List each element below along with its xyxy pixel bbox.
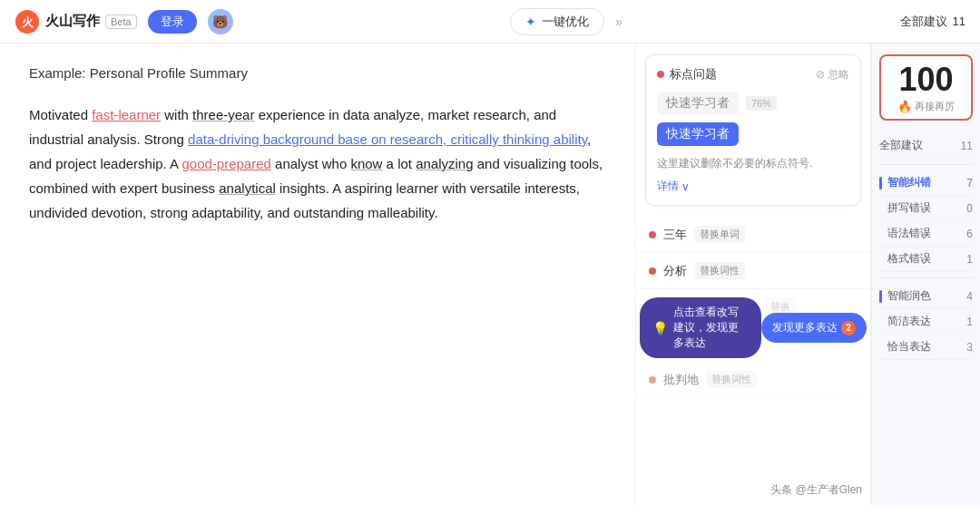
ignore-button[interactable]: ⊘ 忽略 — [816, 67, 849, 83]
discover-button[interactable]: 发现更多表达 2 — [761, 313, 867, 343]
right-label-0: 智能纠错 — [887, 175, 931, 190]
indicator-icon-0 — [879, 177, 882, 189]
more-icon[interactable]: » — [615, 15, 622, 29]
right-count-6: 3 — [966, 341, 973, 354]
right-all-label: 全部建议 — [879, 138, 923, 153]
ignore-label: 忽略 — [828, 67, 849, 83]
suggestions-number: 11 — [953, 15, 965, 28]
score-box: 100 🔥 再接再厉 — [879, 54, 973, 121]
discover-count-badge: 2 — [841, 321, 856, 335]
logo-text: 火山写作 — [45, 13, 100, 30]
suggestions-label: 全部建议 — [900, 14, 947, 30]
row-label-1: 三年 — [663, 227, 687, 243]
right-item-6[interactable]: 恰当表达 3 — [879, 335, 973, 360]
right-item-2[interactable]: 语法错误 6 — [879, 221, 973, 247]
dot-row-icon-2 — [649, 267, 656, 275]
beta-badge: Beta — [105, 15, 137, 29]
right-count-5: 1 — [966, 316, 973, 328]
right-item-6-inner: 恰当表达 — [879, 339, 931, 354]
card-header: 标点问题 ⊘ 忽略 — [657, 66, 849, 83]
score-number: 100 — [887, 63, 965, 96]
login-button[interactable]: 登录 — [148, 10, 197, 34]
topbar: 火 火山写作 Beta 登录 🐻 ✦ 一键优化 » 全部建议 11 — [0, 0, 980, 44]
svg-text:火: 火 — [21, 15, 34, 29]
editor-area[interactable]: Example: Personal Profile Summary Motiva… — [0, 44, 635, 505]
tooltip-bubble: 💡 点击查看改写建议，发现更多表达 — [640, 297, 761, 358]
card-desc: 这里建议删除不必要的标点符号. — [657, 155, 849, 171]
row-tag-2[interactable]: 替换词性 — [694, 262, 745, 279]
right-item-1-inner: 拼写错误 — [879, 200, 931, 216]
right-item-0-inner: 智能纠错 — [879, 175, 931, 190]
bulb-icon: 💡 — [652, 321, 668, 335]
suggestion-row-2[interactable]: 分析 替换词性 — [636, 253, 870, 289]
highlighted-phrase-data-driving[interactable]: data-driving background base on research… — [188, 131, 587, 147]
right-item-0[interactable]: 智能纠错 7 — [879, 170, 973, 196]
spark-icon: ✦ — [525, 15, 536, 29]
card-header-left: 标点问题 — [657, 66, 717, 83]
suggestion-card-main: 标点问题 ⊘ 忽略 快速学习者 76% 快速学习者 这里建议删除不必要的标点符号… — [645, 54, 861, 206]
avatar: 🐻 — [208, 9, 233, 34]
suggestions-count-area: 全部建议 11 — [900, 14, 965, 30]
discover-label: 发现更多表达 — [772, 320, 838, 335]
doc-content: Motivated fast-learner with three-year e… — [29, 102, 606, 225]
row-label-4: 批判地 — [663, 372, 699, 388]
right-item-1[interactable]: 拼写错误 0 — [879, 196, 973, 221]
right-count-4: 4 — [966, 290, 973, 303]
optimize-button[interactable]: ✦ 一键优化 — [510, 8, 604, 35]
right-item-3[interactable]: 格式错误 1 — [879, 247, 973, 272]
right-item-all-inner: 全部建议 — [879, 138, 923, 153]
fire-icon: 🔥 — [897, 100, 912, 113]
score-text: 再接再厉 — [915, 100, 955, 113]
word-comparison: 快速学习者 76% 快速学习者 — [657, 92, 849, 146]
right-item-all[interactable]: 全部建议 11 — [879, 133, 973, 159]
highlighted-word-analytical[interactable]: analytical — [219, 180, 276, 196]
tooltip-bar: 💡 点击查看改写建议，发现更多表达 发现更多表达 2 — [640, 297, 867, 358]
optimize-label: 一键优化 — [542, 14, 589, 30]
middle-panel: 标点问题 ⊘ 忽略 快速学习者 76% 快速学习者 这里建议删除不必要的标点符号… — [635, 44, 871, 505]
word-original: 快速学习者 — [657, 92, 739, 115]
right-count-3: 1 — [966, 253, 973, 266]
right-item-4-inner: 智能润色 — [879, 288, 931, 304]
topbar-center: ✦ 一键优化 » — [244, 8, 889, 35]
right-label-3: 格式错误 — [879, 251, 931, 267]
right-label-1: 拼写错误 — [879, 200, 931, 216]
highlighted-word-three-year[interactable]: three-year — [192, 107, 254, 122]
highlighted-word-analyzing[interactable]: analyzing — [416, 156, 473, 171]
main-layout: Example: Personal Profile Summary Motiva… — [0, 44, 980, 505]
suggestion-row-1[interactable]: 三年 替换单词 — [636, 217, 870, 253]
highlighted-word-fast-learner[interactable]: fast-learner — [92, 107, 161, 122]
right-panel: 100 🔥 再接再厉 全部建议 11 智能纠错 7 拼写错误 — [871, 44, 980, 505]
right-count-0: 7 — [966, 177, 973, 189]
right-label-2: 语法错误 — [879, 226, 931, 241]
right-item-2-inner: 语法错误 — [879, 226, 931, 241]
right-item-4[interactable]: 智能润色 4 — [879, 284, 973, 309]
divider-1 — [879, 164, 973, 165]
right-item-5[interactable]: 简洁表达 1 — [879, 309, 973, 335]
highlighted-word-good-prepared[interactable]: good-prepared — [181, 156, 270, 171]
logo-icon: 火 — [15, 9, 40, 34]
highlighted-word-know[interactable]: know — [350, 156, 382, 171]
chevron-down-icon: ∨ — [681, 180, 690, 193]
row-tag-4[interactable]: 替换词性 — [706, 371, 757, 388]
tooltip-area-wrapper: 数据驱动背景基于 替换 💡 点击查看改写建议，发现更多表达 发现更多表达 2 — [636, 289, 870, 362]
word-suggested-button[interactable]: 快速学习者 — [657, 122, 739, 146]
right-item-3-inner: 格式错误 — [879, 251, 931, 267]
tooltip-text: 点击查看改写建议，发现更多表达 — [673, 305, 749, 351]
card-detail-button[interactable]: 详情 ∨ — [657, 179, 849, 194]
right-label-4: 智能润色 — [887, 288, 931, 304]
right-label-5: 简洁表达 — [879, 314, 931, 329]
row-label-2: 分析 — [663, 263, 687, 279]
suggestion-row-4[interactable]: 批判地 替换词性 — [636, 362, 870, 398]
doc-title: Example: Personal Profile Summary — [29, 65, 606, 81]
right-label-6: 恰当表达 — [879, 339, 931, 354]
row-tag-1[interactable]: 替换单词 — [694, 226, 745, 243]
word-score: 76% — [746, 96, 777, 111]
dot-row-icon-1 — [649, 231, 656, 238]
right-count-2: 6 — [966, 228, 973, 240]
indicator-icon-4 — [879, 290, 882, 303]
divider-2 — [879, 277, 973, 278]
watermark: 头条 @生产者Glen — [770, 482, 862, 498]
dot-red-icon — [657, 71, 664, 78]
right-count-1: 0 — [966, 202, 973, 215]
right-all-count: 11 — [961, 140, 973, 152]
